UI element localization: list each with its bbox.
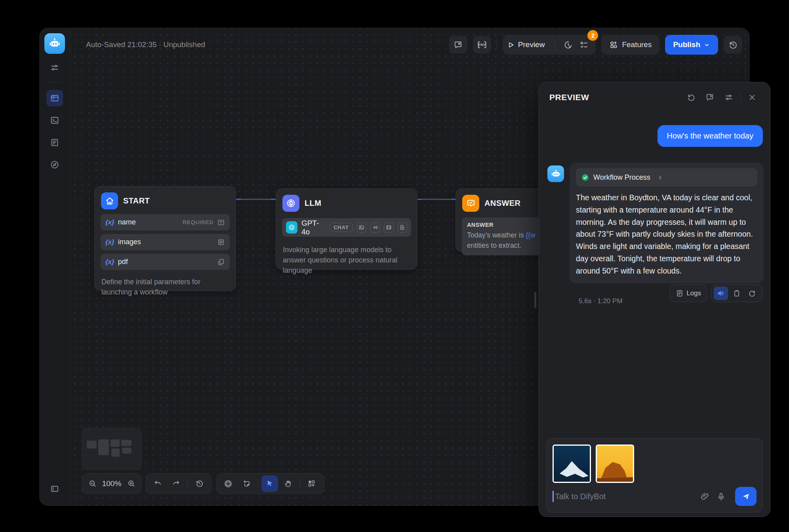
bot-avatar [547,165,564,182]
zoom-out-button[interactable] [86,475,99,492]
undo-toolbar [146,473,212,494]
message-tools [711,285,762,302]
collapse-sidebar-button[interactable] [46,481,63,497]
run-history-button[interactable] [560,37,576,53]
zoom-level[interactable]: 100% [101,479,123,488]
sidebar-item-terminal[interactable] [46,112,63,129]
preview-header: PREVIEW [539,82,770,112]
sidebar-item-tune[interactable] [46,59,63,76]
sidebar-item-orchestrate[interactable] [46,90,63,106]
node-title: ANSWER [484,199,520,208]
restart-conversation-button[interactable] [683,90,698,105]
message-actions: Logs [670,285,762,302]
toolbar-divider [187,479,188,488]
sidebar-divider [47,82,63,83]
bot-message-card: Workflow Process The weather in Boydton,… [570,163,764,283]
undo-button[interactable] [149,475,166,492]
app-logo[interactable] [44,33,65,54]
sidebar-item-logs[interactable] [46,134,63,151]
start-field-images[interactable]: {x} images [101,234,230,250]
sidebar-item-monitoring[interactable] [46,156,63,173]
send-button[interactable] [735,487,757,506]
pointer-mode-button[interactable] [261,475,278,492]
success-check-icon [581,173,589,182]
home-icon [101,192,118,209]
minimap[interactable] [82,428,141,470]
regenerate-button[interactable] [745,287,760,300]
chevron-down-icon [703,42,710,48]
preview-button[interactable]: Preview [507,40,551,49]
chat-x-icon [454,40,463,49]
answer-icon [462,195,479,212]
checklist-icon [579,40,589,49]
run-group: Preview [503,35,596,55]
organize-nodes-button[interactable] [303,475,320,492]
paragraph-icon [217,238,225,246]
variable-icon: {x} [105,238,114,246]
node-llm[interactable]: LLM GPT-4o CHAT [276,188,417,270]
logs-button[interactable]: Logs [670,285,707,302]
zoom-toolbar: 100% [82,473,141,494]
clipboard-icon [733,289,741,297]
required-tag: REQUIRED [183,219,213,225]
attach-file-button[interactable] [700,492,709,501]
workflow-process-row[interactable]: Workflow Process [576,168,757,186]
toolbar-divider [258,479,258,488]
orchestrate-icon [50,93,59,103]
mic-button[interactable] [717,492,726,501]
env-icon: ENV [477,40,487,49]
video-capability-icon [384,222,393,233]
user-message-bubble: How's the weather today [658,125,763,147]
chat-input-container: Talk to DifyBot [546,438,763,513]
play-icon [507,41,515,49]
openai-icon [286,221,297,234]
annotation-button[interactable] [449,36,467,53]
bot-message-text: The weather in Boydton, VA today is clea… [576,192,757,277]
speaker-icon [717,289,725,297]
conversation-annotation-button[interactable] [702,90,717,105]
add-node-button[interactable] [220,475,236,492]
start-field-pdf[interactable]: {x} pdf [101,254,230,270]
chat-input[interactable]: Talk to DifyBot [553,485,757,507]
node-start[interactable]: START {x} name REQUIRED {x} images [94,186,236,291]
vision-capability-icon [357,222,366,233]
publish-button[interactable]: Publish [665,35,718,55]
canvas-scrollbar[interactable] [534,292,536,308]
attached-image-fuji[interactable] [553,445,591,483]
send-icon [741,492,751,501]
copy-button[interactable] [730,287,744,300]
features-icon [609,40,618,49]
node-description: Invoking large language models to answer… [276,241,417,282]
change-history-button[interactable] [191,475,208,492]
version-history-button[interactable] [724,36,742,53]
preview-settings-button[interactable] [721,90,736,105]
toolbar-divider [299,479,300,488]
edge-llm-answer [417,199,456,200]
speaker-button[interactable] [714,287,728,300]
hand-mode-button[interactable] [280,475,296,492]
variable-token: {{w [526,231,536,239]
node-title: START [123,196,150,205]
model-selector[interactable]: GPT-4o CHAT [282,218,411,237]
run-history-icon [564,40,573,49]
env-button[interactable]: ENV [473,36,491,53]
collapse-panel-icon [50,484,59,494]
llm-icon [282,195,299,212]
features-button[interactable]: Features [601,35,659,55]
redo-button[interactable] [168,475,184,492]
tune-icon [50,63,59,72]
topbar: Auto-Saved 21:02:35 · Unpublished ENV [70,28,750,62]
start-field-name[interactable]: {x} name REQUIRED [101,214,230,230]
chevron-right-icon [657,174,663,181]
terminal-icon [50,116,59,125]
add-note-button[interactable] [238,475,255,492]
checklist-badge: 2 [587,30,598,41]
text-input-icon [217,218,225,226]
group-divider [555,40,555,49]
zoom-in-button[interactable] [124,475,138,492]
message-meta: 5.6s · 1:20 PM [579,297,623,305]
close-preview-button[interactable] [745,90,760,105]
files-icon [217,258,225,266]
autosave-status: Auto-Saved 21:02:35 · Unpublished [86,40,205,49]
attached-image-sunset[interactable] [596,445,634,483]
